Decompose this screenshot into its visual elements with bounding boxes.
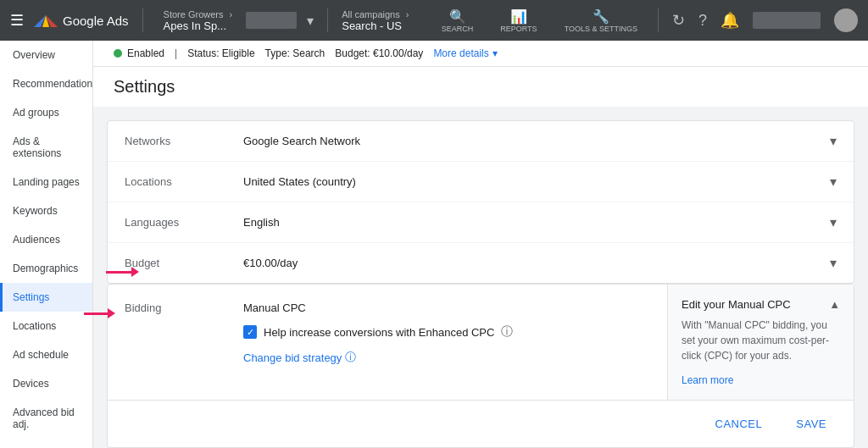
sidebar-item-landing-pages[interactable]: Landing pages <box>0 168 92 196</box>
sidebar-item-ads-extensions[interactable]: Ads & extensions <box>0 127 92 168</box>
notification-icon[interactable]: 🔔 <box>721 11 739 30</box>
campaign-breadcrumb: All campaigns › Search - US <box>342 9 412 32</box>
nav-divider-1 <box>142 8 143 32</box>
bidding-card: Bidding Manual CPC ✓ Help increase conve… <box>107 284 854 448</box>
settings-card: Networks Google Search Network ▾ Locatio… <box>107 120 854 284</box>
avatar[interactable] <box>834 8 858 32</box>
cancel-button[interactable]: CANCEL <box>705 411 773 437</box>
app-body: Overview Recommendations Ad groups Ads &… <box>0 41 868 448</box>
change-bid-strategy-link[interactable]: Change bid strategy ⓘ <box>243 350 650 365</box>
status-dot <box>114 49 122 58</box>
nav-tool-icons: 🔍 SEARCH 📊 REPORTS 🔧 TOOLS & SETTINGS <box>435 5 644 36</box>
store-name: Store Growers › <box>164 9 236 19</box>
edit-panel-title: Edit your Manual CPC ▲ <box>682 298 840 311</box>
reports-label: REPORTS <box>500 25 537 33</box>
locations-value: United States (country) <box>243 175 830 188</box>
bidding-actions: CANCEL SAVE <box>108 400 854 447</box>
reports-icon: 📊 <box>510 8 527 25</box>
budget-chevron-icon: ▾ <box>830 255 837 271</box>
sidebar-item-locations[interactable]: Locations <box>0 312 92 340</box>
enhanced-cpc-checkbox-row: ✓ Help increase conversions with Enhance… <box>243 324 650 340</box>
page-title: Settings <box>114 77 848 107</box>
svg-marker-0 <box>42 15 49 27</box>
languages-value: English <box>243 216 830 229</box>
sidebar-item-ad-schedule[interactable]: Ad schedule <box>0 340 92 369</box>
arrow-head <box>108 308 115 318</box>
status-type: Type: Search <box>265 47 326 59</box>
enhanced-cpc-help-icon[interactable]: ⓘ <box>501 324 513 340</box>
settings-arrow-indicator <box>84 308 115 318</box>
reports-nav-button[interactable]: 📊 REPORTS <box>493 5 543 36</box>
networks-chevron-icon: ▾ <box>830 133 837 149</box>
sidebar-item-keywords[interactable]: Keywords <box>0 196 92 225</box>
checkmark-icon: ✓ <box>247 327 254 338</box>
budget-label: Budget <box>125 257 243 269</box>
enabled-text: Enabled <box>127 47 164 59</box>
campaign-name: Apes In Sp... <box>164 19 236 32</box>
refresh-icon[interactable]: ↻ <box>672 11 685 30</box>
breadcrumb: Store Growers › Apes In Sp... <box>164 9 236 32</box>
budget-row[interactable]: Budget €10.00/day ▾ <box>108 243 854 283</box>
tools-icon: 🔧 <box>593 8 609 25</box>
top-navigation: ☰ Google Ads Store Growers › Apes In Sp.… <box>0 0 868 41</box>
languages-label: Languages <box>125 216 243 229</box>
help-icon[interactable]: ? <box>698 12 707 30</box>
bidding-arrow-head <box>131 267 139 277</box>
main-content: Enabled | Status: Eligible Type: Search … <box>93 41 868 448</box>
tools-nav-button[interactable]: 🔧 TOOLS & SETTINGS <box>558 5 644 36</box>
status-separator: | <box>175 47 177 59</box>
account-display <box>753 12 821 29</box>
sidebar-item-overview[interactable]: Overview <box>0 41 92 69</box>
bidding-left-panel: Bidding Manual CPC ✓ Help increase conve… <box>108 285 667 400</box>
networks-row[interactable]: Networks Google Search Network ▾ <box>108 121 854 162</box>
networks-label: Networks <box>125 135 243 147</box>
status-bar: Enabled | Status: Eligible Type: Search … <box>93 41 868 67</box>
save-button[interactable]: SAVE <box>786 411 837 437</box>
status-budget: Budget: €10.00/day <box>335 47 423 59</box>
bidding-arrow-body <box>106 271 131 274</box>
status-eligible: Status: Eligible <box>187 47 254 59</box>
status-enabled: Enabled <box>114 47 164 59</box>
locations-chevron-icon: ▾ <box>830 174 837 190</box>
nav-divider-2 <box>327 8 328 32</box>
sidebar-item-change-history[interactable]: Change history <box>0 439 92 448</box>
budget-value: €10.00/day <box>243 257 830 269</box>
sidebar-item-devices[interactable]: Devices <box>0 369 92 398</box>
locations-row[interactable]: Locations United States (country) ▾ <box>108 162 854 202</box>
sidebar-item-recommendations[interactable]: Recommendations <box>0 69 92 98</box>
collapse-icon[interactable]: ▲ <box>829 298 840 311</box>
enhanced-cpc-checkbox[interactable]: ✓ <box>243 325 257 339</box>
page-header: Settings <box>93 67 868 107</box>
languages-row[interactable]: Languages English ▾ <box>108 202 854 243</box>
bidding-method: Manual CPC <box>243 301 650 314</box>
bidding-content: Manual CPC ✓ Help increase conversions w… <box>243 301 650 365</box>
locations-label: Locations <box>125 175 243 188</box>
bidding-inner: Bidding Manual CPC ✓ Help increase conve… <box>108 285 854 400</box>
nav-divider-3 <box>658 8 659 32</box>
bidding-section-label: Bidding <box>125 301 243 365</box>
enhanced-cpc-label: Help increase conversions with Enhanced … <box>264 326 494 339</box>
account-selector[interactable] <box>246 12 297 29</box>
logo-icon <box>34 10 58 30</box>
sidebar-item-settings[interactable]: Settings <box>0 283 92 312</box>
bidding-arrow-indicator <box>106 267 139 277</box>
logo-text: Google Ads <box>63 14 129 28</box>
search-nav-button[interactable]: 🔍 SEARCH <box>435 5 481 36</box>
networks-value: Google Search Network <box>243 135 830 147</box>
edit-panel-description: With "Manual CPC" bidding, you set your … <box>682 318 840 363</box>
google-ads-logo: Google Ads <box>34 10 129 30</box>
learn-more-link[interactable]: Learn more <box>682 374 733 386</box>
bidding-top: Bidding Manual CPC ✓ Help increase conve… <box>125 301 650 365</box>
nav-action-icons: ↻ ? 🔔 <box>672 11 739 30</box>
sidebar-item-demographics[interactable]: Demographics <box>0 254 92 283</box>
dropdown-arrow[interactable]: ▾ <box>307 13 314 29</box>
sidebar: Overview Recommendations Ad groups Ads &… <box>0 41 93 448</box>
sidebar-item-audiences[interactable]: Audiences <box>0 225 92 254</box>
bidding-right-panel: Edit your Manual CPC ▲ With "Manual CPC"… <box>667 285 854 400</box>
more-details-button[interactable]: More details ▾ <box>433 47 497 59</box>
sidebar-item-advanced-bid[interactable]: Advanced bid adj. <box>0 398 92 439</box>
arrow-body <box>84 312 108 315</box>
sidebar-item-ad-groups[interactable]: Ad groups <box>0 98 92 127</box>
chevron-down-icon: ▾ <box>492 47 498 59</box>
menu-icon[interactable]: ☰ <box>10 11 24 30</box>
